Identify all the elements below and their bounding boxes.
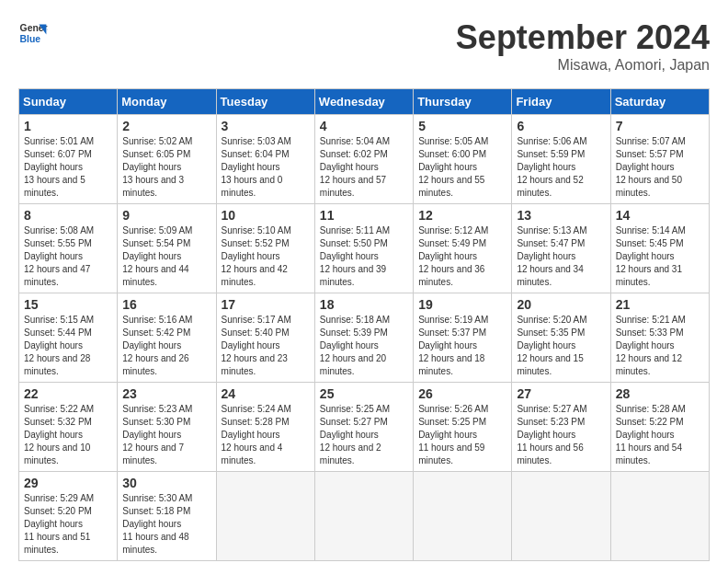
calendar-cell: 19 Sunrise: 5:19 AM Sunset: 5:37 PM Dayl… [414,293,512,383]
calendar-cell: 11 Sunrise: 5:11 AM Sunset: 5:50 PM Dayl… [314,204,413,293]
calendar-cell: 17 Sunrise: 5:17 AM Sunset: 5:40 PM Dayl… [216,293,314,383]
calendar-cell: 16 Sunrise: 5:16 AM Sunset: 5:42 PM Dayl… [118,293,216,383]
day-info: Sunrise: 5:22 AM Sunset: 5:32 PM Dayligh… [24,403,112,467]
day-info: Sunrise: 5:02 AM Sunset: 6:05 PM Dayligh… [122,135,210,200]
calendar-cell: 12 Sunrise: 5:12 AM Sunset: 5:49 PM Dayl… [414,204,512,293]
day-number: 11 [320,208,408,223]
day-number: 7 [616,119,704,133]
day-info: Sunrise: 5:23 AM Sunset: 5:30 PM Dayligh… [122,403,210,467]
day-number: 21 [616,297,704,312]
logo-icon: General Blue [18,18,48,48]
calendar-cell: 13 Sunrise: 5:13 AM Sunset: 5:47 PM Dayl… [512,204,610,293]
calendar-cell: 20 Sunrise: 5:20 AM Sunset: 5:35 PM Dayl… [512,293,610,383]
day-info: Sunrise: 5:05 AM Sunset: 6:00 PM Dayligh… [418,135,506,200]
calendar-cell: 5 Sunrise: 5:05 AM Sunset: 6:00 PM Dayli… [414,115,512,204]
calendar-cell: 3 Sunrise: 5:03 AM Sunset: 6:04 PM Dayli… [216,115,314,204]
day-number: 23 [122,386,210,401]
calendar-cell [216,472,314,561]
day-number: 10 [222,208,310,223]
day-info: Sunrise: 5:28 AM Sunset: 5:22 PM Dayligh… [616,403,704,467]
day-number: 12 [418,208,506,223]
day-number: 25 [320,386,408,401]
day-number: 8 [24,208,112,223]
svg-text:Blue: Blue [20,34,41,44]
day-number: 16 [122,297,210,312]
day-info: Sunrise: 5:26 AM Sunset: 5:25 PM Dayligh… [418,403,506,467]
day-number: 1 [24,119,112,133]
calendar-cell: 29 Sunrise: 5:29 AM Sunset: 5:20 PM Dayl… [19,472,118,561]
calendar-week-4: 22 Sunrise: 5:22 AM Sunset: 5:32 PM Dayl… [19,383,710,472]
calendar-cell: 8 Sunrise: 5:08 AM Sunset: 5:55 PM Dayli… [19,204,118,293]
day-info: Sunrise: 5:04 AM Sunset: 6:02 PM Dayligh… [320,135,408,200]
calendar-cell [512,472,610,561]
day-number: 15 [24,297,112,312]
calendar-cell: 15 Sunrise: 5:15 AM Sunset: 5:44 PM Dayl… [19,293,118,383]
calendar-cell: 14 Sunrise: 5:14 AM Sunset: 5:45 PM Dayl… [610,204,709,293]
col-header-saturday: Saturday [610,89,709,115]
day-info: Sunrise: 5:09 AM Sunset: 5:54 PM Dayligh… [122,224,210,289]
calendar-cell: 22 Sunrise: 5:22 AM Sunset: 5:32 PM Dayl… [19,383,118,472]
calendar-cell: 27 Sunrise: 5:27 AM Sunset: 5:23 PM Dayl… [512,383,610,472]
day-info: Sunrise: 5:20 AM Sunset: 5:35 PM Dayligh… [517,314,605,378]
day-info: Sunrise: 5:21 AM Sunset: 5:33 PM Dayligh… [616,314,704,378]
location-subtitle: Misawa, Aomori, Japan [456,57,710,74]
day-number: 14 [616,208,704,223]
day-number: 9 [122,208,210,223]
calendar-cell: 4 Sunrise: 5:04 AM Sunset: 6:02 PM Dayli… [314,115,413,204]
day-info: Sunrise: 5:07 AM Sunset: 5:57 PM Dayligh… [616,135,704,200]
calendar-cell: 10 Sunrise: 5:10 AM Sunset: 5:52 PM Dayl… [216,204,314,293]
logo: General Blue [18,18,48,48]
month-title: September 2024 [456,18,710,57]
calendar-week-1: 1 Sunrise: 5:01 AM Sunset: 6:07 PM Dayli… [19,115,710,204]
calendar-cell: 9 Sunrise: 5:09 AM Sunset: 5:54 PM Dayli… [118,204,216,293]
day-info: Sunrise: 5:29 AM Sunset: 5:20 PM Dayligh… [24,492,112,557]
day-number: 26 [418,386,506,401]
day-info: Sunrise: 5:08 AM Sunset: 5:55 PM Dayligh… [24,224,112,289]
day-number: 4 [320,119,408,133]
day-info: Sunrise: 5:11 AM Sunset: 5:50 PM Dayligh… [320,224,408,289]
day-number: 6 [517,119,605,133]
day-info: Sunrise: 5:14 AM Sunset: 5:45 PM Dayligh… [616,224,704,289]
calendar-week-5: 29 Sunrise: 5:29 AM Sunset: 5:20 PM Dayl… [19,472,710,561]
day-number: 18 [320,297,408,312]
calendar-cell [314,472,413,561]
day-info: Sunrise: 5:19 AM Sunset: 5:37 PM Dayligh… [418,314,506,378]
calendar-cell: 1 Sunrise: 5:01 AM Sunset: 6:07 PM Dayli… [19,115,118,204]
day-number: 24 [222,386,310,401]
calendar-cell: 25 Sunrise: 5:25 AM Sunset: 5:27 PM Dayl… [314,383,413,472]
calendar-week-2: 8 Sunrise: 5:08 AM Sunset: 5:55 PM Dayli… [19,204,710,293]
calendar-cell [414,472,512,561]
calendar-cell: 24 Sunrise: 5:24 AM Sunset: 5:28 PM Dayl… [216,383,314,472]
day-number: 17 [222,297,310,312]
day-number: 3 [222,119,310,133]
day-number: 30 [122,476,210,490]
calendar-header-row: SundayMondayTuesdayWednesdayThursdayFrid… [19,89,710,115]
col-header-friday: Friday [512,89,610,115]
day-info: Sunrise: 5:10 AM Sunset: 5:52 PM Dayligh… [222,224,310,289]
day-number: 28 [616,386,704,401]
col-header-sunday: Sunday [19,89,118,115]
day-info: Sunrise: 5:17 AM Sunset: 5:40 PM Dayligh… [222,314,310,378]
day-number: 27 [517,386,605,401]
day-info: Sunrise: 5:30 AM Sunset: 5:18 PM Dayligh… [122,492,210,557]
day-info: Sunrise: 5:06 AM Sunset: 5:59 PM Dayligh… [517,135,605,200]
title-block: September 2024 Misawa, Aomori, Japan [456,18,710,74]
calendar-cell: 21 Sunrise: 5:21 AM Sunset: 5:33 PM Dayl… [610,293,709,383]
calendar-cell: 26 Sunrise: 5:26 AM Sunset: 5:25 PM Dayl… [414,383,512,472]
day-number: 13 [517,208,605,223]
day-info: Sunrise: 5:03 AM Sunset: 6:04 PM Dayligh… [222,135,310,200]
day-info: Sunrise: 5:24 AM Sunset: 5:28 PM Dayligh… [222,403,310,467]
col-header-monday: Monday [118,89,216,115]
calendar-cell: 30 Sunrise: 5:30 AM Sunset: 5:18 PM Dayl… [118,472,216,561]
col-header-thursday: Thursday [414,89,512,115]
col-header-wednesday: Wednesday [314,89,413,115]
col-header-tuesday: Tuesday [216,89,314,115]
day-number: 22 [24,386,112,401]
day-info: Sunrise: 5:27 AM Sunset: 5:23 PM Dayligh… [517,403,605,467]
calendar-table: SundayMondayTuesdayWednesdayThursdayFrid… [18,88,710,561]
day-info: Sunrise: 5:25 AM Sunset: 5:27 PM Dayligh… [320,403,408,467]
calendar-cell: 28 Sunrise: 5:28 AM Sunset: 5:22 PM Dayl… [610,383,709,472]
day-number: 2 [122,119,210,133]
calendar-cell: 23 Sunrise: 5:23 AM Sunset: 5:30 PM Dayl… [118,383,216,472]
page-header: General Blue September 2024 Misawa, Aomo… [18,18,710,74]
